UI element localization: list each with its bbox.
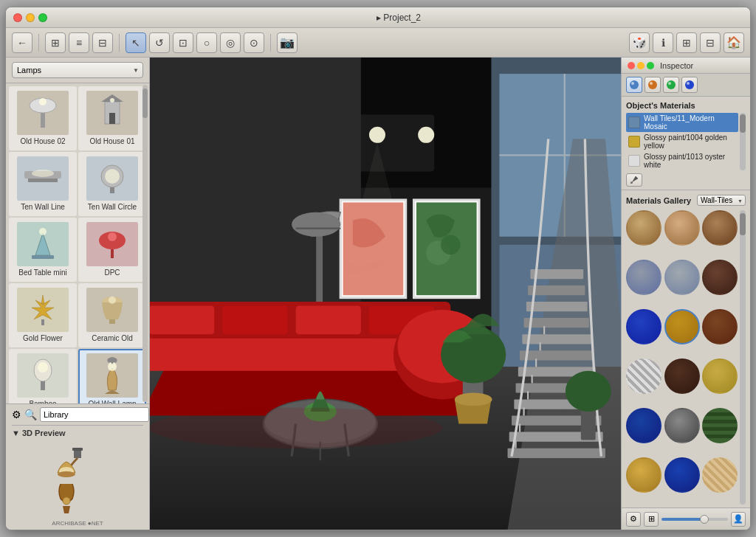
swatch-9[interactable] <box>702 309 738 344</box>
render-button[interactable]: 🎲 <box>629 32 650 53</box>
item-bed-table-mini[interactable]: Bed Table mini <box>9 218 77 282</box>
item-old-house-02[interactable]: Old House 02 <box>9 86 77 150</box>
detail-view-button[interactable]: ⊟ <box>92 32 113 53</box>
swatch-7[interactable] <box>626 309 662 344</box>
swatch-16[interactable] <box>626 457 662 493</box>
inspector-panel: Inspector Object's Materials <box>621 58 750 530</box>
inspector-tab-3[interactable] <box>663 77 679 93</box>
swatch-1[interactable] <box>626 210 662 246</box>
close-button[interactable] <box>13 13 22 22</box>
list-view-button[interactable]: ≡ <box>69 32 89 53</box>
camera-button[interactable]: 📷 <box>277 32 298 53</box>
svg-point-29 <box>63 497 70 505</box>
inspector-tab-4[interactable] <box>681 77 698 93</box>
svg-point-100 <box>685 80 694 89</box>
view2-button[interactable]: ⊟ <box>700 32 721 53</box>
item-ceramic-old[interactable]: Ceramic Old <box>78 283 146 347</box>
gallery-scrollbar[interactable] <box>740 210 746 505</box>
library-search-input[interactable] <box>40 407 149 422</box>
grid-view-button[interactable]: ⊞ <box>45 32 66 53</box>
item-gold-flower[interactable]: Gold Flower <box>9 283 77 347</box>
category-dropdown[interactable]: Lamps <box>12 62 143 78</box>
svg-rect-1 <box>41 113 45 128</box>
dot-button[interactable]: ⊙ <box>244 32 264 53</box>
gallery-title: Materials Gallery <box>626 196 691 205</box>
items-scrollbar[interactable] <box>142 85 148 402</box>
eyedropper-button[interactable] <box>626 173 642 187</box>
swatch-13[interactable] <box>626 408 662 443</box>
item-label-ten-wall-circle: Ten Wall Circle <box>88 203 137 212</box>
inspector-tab-2[interactable] <box>645 77 661 93</box>
maximize-button[interactable] <box>38 13 47 22</box>
circle-tool-button[interactable]: ○ <box>196 32 217 53</box>
swatch-5[interactable] <box>664 260 700 295</box>
inspector-user-button[interactable]: 👤 <box>731 512 746 527</box>
materials-scrollbar-thumb[interactable] <box>740 114 746 133</box>
inspector-minimize[interactable] <box>637 62 645 69</box>
gallery-select-wrapper[interactable]: Wall-Tiles <box>697 195 746 206</box>
swatch-10[interactable] <box>626 358 662 394</box>
materials-scrollbar[interactable] <box>740 113 746 170</box>
inspector-slider-thumb[interactable] <box>700 515 709 524</box>
target-button[interactable]: ◎ <box>220 32 241 53</box>
svg-rect-26 <box>72 448 83 451</box>
material-item-1[interactable]: Wall Tiles/11_Modern Mosaic <box>626 113 738 132</box>
swatch-18[interactable] <box>702 457 738 493</box>
swatch-2[interactable] <box>664 210 700 246</box>
svg-point-93 <box>150 407 442 448</box>
info-button[interactable]: ℹ <box>653 32 673 53</box>
item-ten-wall-line[interactable]: Ten Wall Line <box>9 152 77 216</box>
items-scrollbar-thumb[interactable] <box>142 89 148 118</box>
inspector-tab-materials[interactable] <box>626 77 642 93</box>
material-item-3[interactable]: Glossy paint/1013 oyster white <box>626 151 738 170</box>
svg-point-99 <box>668 82 671 85</box>
swatch-6[interactable] <box>702 260 738 295</box>
svg-point-94 <box>630 80 639 89</box>
inspector-settings-button[interactable]: ⚙ <box>626 512 641 527</box>
item-old-wall-lamp[interactable]: Old Wall Lamp <box>78 349 146 403</box>
swatch-3[interactable] <box>702 210 738 246</box>
materials-section: Object's Materials Wall Tiles/11_Modern … <box>622 97 750 190</box>
gallery-scrollbar-thumb[interactable] <box>740 213 746 235</box>
svg-point-92 <box>566 371 611 412</box>
3d-viewport[interactable] <box>150 58 621 530</box>
preview-section: ▼ 3D Preview <box>12 425 143 527</box>
item-dpc[interactable]: DPC <box>78 218 146 282</box>
home-button[interactable]: 🏠 <box>724 32 744 53</box>
toolbar-separator-2 <box>119 34 120 52</box>
search-icon[interactable]: 🔍 <box>24 409 37 420</box>
inspector-slider[interactable] <box>662 518 728 521</box>
gallery-category-dropdown[interactable]: Wall-Tiles <box>697 195 746 206</box>
swatch-4[interactable] <box>626 260 662 295</box>
inspector-close[interactable] <box>628 62 635 69</box>
back-button[interactable]: ← <box>12 32 32 53</box>
swatch-14[interactable] <box>664 408 700 443</box>
select-tool-button[interactable]: ↖ <box>126 32 146 53</box>
material-item-2[interactable]: Glossy paint/1004 golden yellow <box>626 132 738 151</box>
swatch-17[interactable] <box>664 457 700 493</box>
item-label-ceramic-old: Ceramic Old <box>92 334 133 343</box>
item-old-house-01[interactable]: Old House 01 <box>78 86 146 150</box>
grid-button[interactable]: ⊡ <box>173 32 193 53</box>
rotate-button[interactable]: ↺ <box>149 32 170 53</box>
category-select-wrapper[interactable]: Lamps <box>12 62 143 78</box>
item-thumb-bed-table-mini <box>17 222 69 266</box>
main-toolbar: ← ⊞ ≡ ⊟ ↖ ↺ ⊡ ○ ◎ ⊙ 📷 🎲 ℹ ⊞ ⊟ 🏠 <box>6 28 750 58</box>
inspector-maximize[interactable] <box>647 62 654 69</box>
swatch-8[interactable] <box>664 309 700 344</box>
svg-point-101 <box>687 82 690 85</box>
swatch-12[interactable] <box>702 358 738 394</box>
inspector-resize-button[interactable]: ⊞ <box>644 512 659 527</box>
inspector-title-bar: Inspector <box>622 58 750 74</box>
minimize-button[interactable] <box>26 13 35 22</box>
svg-rect-77 <box>526 302 588 311</box>
swatch-11[interactable] <box>664 358 700 394</box>
gallery-header: Materials Gallery Wall-Tiles <box>626 195 746 206</box>
swatch-15[interactable] <box>702 408 738 443</box>
item-bamboo[interactable]: Bamboo <box>9 349 77 403</box>
item-ten-wall-circle[interactable]: Ten Wall Circle <box>78 152 146 216</box>
item-thumb-old-house-01 <box>86 91 138 135</box>
view1-button[interactable]: ⊞ <box>676 32 697 53</box>
svg-rect-56 <box>150 306 214 335</box>
settings-icon[interactable]: ⚙ <box>12 409 21 420</box>
